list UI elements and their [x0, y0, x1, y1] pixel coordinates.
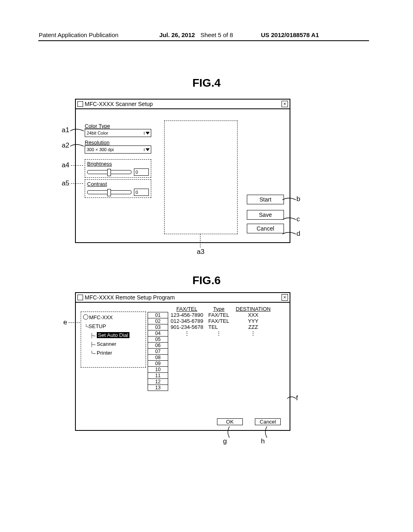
row-type: FAX/TEL — [206, 312, 232, 318]
row-index: 01 — [148, 312, 168, 318]
close-icon[interactable]: × — [282, 101, 288, 107]
table-row[interactable]: 11 — [148, 372, 275, 378]
table-header-row: FAX/TEL Type DESTINATION — [148, 306, 275, 312]
table-row[interactable]: 07 — [148, 348, 275, 354]
leader-b — [282, 196, 297, 204]
table-row[interactable]: 04⋮⋮⋮ — [148, 330, 275, 336]
button-column: Start Save Cancel — [247, 195, 284, 233]
row-dest: YYY — [232, 318, 275, 324]
row-type — [206, 342, 232, 348]
row-type — [206, 360, 232, 366]
callout-c: c — [296, 215, 300, 223]
remote-setup-window: MFC-XXXX Remote Setup Program × MFC-XXX … — [75, 292, 290, 431]
callout-g: g — [223, 437, 227, 445]
row-dest — [232, 348, 275, 354]
row-dest: XXX — [232, 312, 275, 318]
row-faxtel — [168, 378, 206, 384]
cancel-button[interactable]: Cancel — [247, 224, 284, 233]
row-faxtel — [168, 372, 206, 378]
row-type — [206, 378, 232, 384]
hdr-sheet: Sheet 5 of 8 — [200, 31, 233, 38]
leader-c — [282, 216, 297, 223]
row-dest — [232, 366, 275, 372]
row-dest — [232, 354, 275, 360]
callout-a2: a2 — [62, 141, 69, 150]
table-row[interactable]: 03901-234-5678TELZZZ — [148, 324, 275, 330]
ok-button[interactable]: OK — [217, 418, 243, 425]
tree-root[interactable]: MFC-XXX — [83, 313, 144, 322]
table-row[interactable]: 01123-456-7890FAX/TELXXX — [148, 312, 275, 318]
tree-printer[interactable]: └-- Printer — [83, 349, 144, 357]
contrast-slider[interactable] — [87, 190, 131, 194]
row-index: 11 — [148, 372, 168, 378]
resolution-value: 300 × 300 dpi — [85, 147, 144, 152]
table-row[interactable]: 09 — [148, 360, 275, 366]
brightness-value[interactable]: 0 — [134, 168, 149, 176]
contrast-label: Contrast — [87, 181, 149, 187]
table-row[interactable]: 05 — [148, 336, 275, 342]
hdr-publication: Patent Application Publication — [39, 31, 119, 38]
tree-scanner[interactable]: ├-- Scanner — [83, 340, 144, 349]
col-type: Type — [206, 306, 232, 312]
row-index: 03 — [148, 324, 168, 330]
tree-setup[interactable]: └-SETUP — [83, 322, 144, 331]
leader-h — [264, 426, 270, 438]
preview-area — [164, 121, 238, 234]
window-icon — [77, 295, 83, 300]
color-type-select[interactable]: 24bit Color — [85, 129, 151, 137]
fig4-label: FIG.4 — [0, 77, 413, 89]
row-index: 10 — [148, 366, 168, 372]
save-button[interactable]: Save — [247, 210, 284, 220]
leader-e — [69, 322, 80, 323]
brightness-slider[interactable] — [87, 170, 131, 174]
leader-a5 — [71, 183, 83, 184]
row-dest — [232, 360, 275, 366]
table-row[interactable]: 13 — [148, 384, 275, 391]
callout-h: h — [261, 437, 265, 445]
row-faxtel — [168, 354, 206, 360]
table-row[interactable]: 10 — [148, 366, 275, 372]
row-type — [206, 384, 232, 391]
row-dest — [232, 372, 275, 378]
contrast-value[interactable]: 0 — [134, 189, 149, 196]
row-faxtel: 901-234-5678 — [168, 324, 206, 330]
chevron-down-icon — [144, 132, 151, 135]
row-type — [206, 366, 232, 372]
brightness-group: Brightness 0 — [85, 159, 151, 178]
start-button[interactable]: Start — [247, 195, 284, 204]
row-type — [206, 372, 232, 378]
row-type — [206, 348, 232, 354]
window-body: MFC-XXX └-SETUP ├-- Set Auto Dial ├-- Sc… — [76, 302, 290, 430]
row-type: FAX/TEL — [206, 318, 232, 324]
color-type-label: Color Type — [85, 123, 151, 129]
row-faxtel: 012-345-6789 — [168, 318, 206, 324]
table-row[interactable]: 08 — [148, 354, 275, 360]
row-dest — [232, 342, 275, 348]
hdr-date: Jul. 26, 2012 — [159, 31, 195, 38]
row-faxtel — [168, 348, 206, 354]
row-faxtel — [168, 384, 206, 391]
tree-set-auto-dial[interactable]: ├-- Set Auto Dial — [83, 331, 144, 340]
callout-e: e — [63, 318, 67, 326]
callout-a4: a4 — [62, 161, 69, 169]
tree-panel: MFC-XXX └-SETUP ├-- Set Auto Dial ├-- Sc… — [81, 312, 146, 368]
window-title: MFC-XXXX Scanner Setup — [85, 101, 153, 107]
row-dest: ZZZ — [232, 324, 275, 330]
callout-a3: a3 — [197, 248, 204, 256]
color-type-value: 24bit Color — [85, 131, 144, 135]
titlebar[interactable]: MFC-XXXX Scanner Setup × — [76, 100, 290, 109]
row-index: 02 — [148, 318, 168, 324]
cancel-button[interactable]: Cancel — [255, 418, 281, 425]
resolution-select[interactable]: 300 × 300 dpi — [85, 145, 151, 154]
table-row[interactable]: 12 — [148, 378, 275, 384]
col-destination: DESTINATION — [232, 306, 275, 312]
leader-g — [227, 426, 232, 438]
scanner-setup-window: MFC-XXXX Scanner Setup × Color Type 24bi… — [75, 99, 290, 243]
close-icon[interactable]: × — [282, 294, 288, 301]
row-dest: ⋮ — [232, 330, 275, 336]
leader-a1 — [70, 127, 85, 135]
controls-panel: Color Type 24bit Color Resolution 300 × … — [85, 123, 151, 198]
titlebar[interactable]: MFC-XXXX Remote Setup Program × — [76, 293, 290, 303]
table-row[interactable]: 06 — [148, 342, 275, 348]
table-row[interactable]: 02012-345-6789FAX/TELYYY — [148, 318, 275, 324]
